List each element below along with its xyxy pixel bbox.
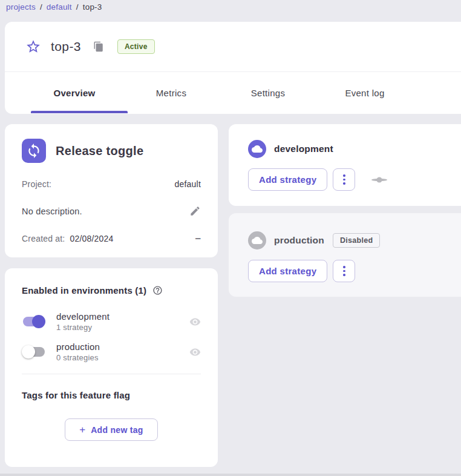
add-new-tag-button[interactable]: + Add new tag bbox=[65, 418, 158, 441]
breadcrumb-link-default[interactable]: default bbox=[47, 2, 72, 12]
view-environment-button[interactable] bbox=[189, 316, 201, 328]
environment-circle-badge bbox=[248, 231, 266, 250]
environment-name: production bbox=[56, 342, 189, 352]
enabled-environments-section: Enabled in environments (1) development … bbox=[5, 268, 218, 374]
environment-row-production: production 0 strategies bbox=[22, 342, 201, 362]
gray-node-icon bbox=[371, 177, 388, 183]
description-row: No description. bbox=[22, 205, 201, 217]
breadcrumb-link-projects[interactable]: projects bbox=[6, 2, 36, 12]
tab-bar: Overview Metrics Settings Event log bbox=[26, 72, 461, 113]
panel-actions: Add strategy bbox=[248, 168, 449, 191]
development-toggle[interactable] bbox=[22, 314, 46, 329]
cloud-icon bbox=[252, 235, 263, 246]
created-label: Created at: bbox=[22, 234, 65, 243]
tab-settings[interactable]: Settings bbox=[220, 72, 316, 113]
bottom-divider-strip bbox=[0, 474, 461, 476]
environment-panel-name: development bbox=[274, 144, 333, 154]
add-new-tag-label: Add new tag bbox=[91, 425, 143, 435]
disabled-badge: Disabled bbox=[333, 233, 381, 248]
environment-circle-badge bbox=[248, 140, 266, 158]
environments-and-tags-card: Enabled in environments (1) development … bbox=[5, 268, 218, 467]
project-label: Project: bbox=[22, 179, 51, 189]
breadcrumb-separator: / bbox=[40, 2, 42, 12]
environment-panel-name: production bbox=[274, 235, 324, 246]
page-title: top-3 bbox=[51, 39, 81, 54]
project-value: default bbox=[175, 179, 201, 189]
cloud-icon bbox=[252, 144, 263, 154]
created-value: 02/08/2024 bbox=[70, 234, 113, 243]
flag-title-row: top-3 Active bbox=[5, 22, 461, 72]
flag-header-card: top-3 Active Overview Metrics Settings E… bbox=[5, 22, 461, 114]
tags-title: Tags for this feature flag bbox=[22, 390, 201, 400]
environment-more-actions-button[interactable] bbox=[333, 260, 355, 282]
flag-type-card: Release toggle Project: default No descr… bbox=[5, 124, 218, 257]
enabled-environments-title: Enabled in environments (1) bbox=[22, 285, 146, 296]
environment-more-actions-button[interactable] bbox=[333, 168, 355, 191]
eye-icon bbox=[189, 316, 201, 328]
environment-panel-production: production Disabled Add strategy bbox=[229, 213, 461, 297]
flag-type-title: Release toggle bbox=[56, 144, 143, 158]
breadcrumb: projects / default / top-3 bbox=[6, 2, 102, 12]
panel-header: development bbox=[248, 140, 449, 158]
panel-actions: Add strategy bbox=[248, 260, 449, 282]
add-strategy-button[interactable]: Add strategy bbox=[248, 168, 327, 191]
collapse-button[interactable]: – bbox=[195, 233, 201, 243]
edit-description-button[interactable] bbox=[189, 205, 201, 217]
loop-arrows-icon bbox=[26, 143, 42, 159]
project-row: Project: default bbox=[22, 179, 201, 189]
environment-row-development: development 1 strategy bbox=[22, 311, 201, 332]
created-row: Created at: 02/08/2024 – bbox=[22, 233, 201, 243]
environment-strategy-count: 1 strategy bbox=[56, 323, 189, 332]
tab-event-log[interactable]: Event log bbox=[316, 72, 413, 113]
question-circle-icon bbox=[152, 285, 163, 296]
copy-name-button[interactable] bbox=[93, 41, 104, 52]
tags-section: Tags for this feature flag + Add new tag bbox=[5, 374, 218, 457]
tab-overview[interactable]: Overview bbox=[26, 72, 123, 113]
environment-panel-development: development Add strategy bbox=[229, 124, 461, 206]
kebab-menu-icon bbox=[343, 174, 345, 177]
description-text: No description. bbox=[22, 207, 82, 216]
breadcrumb-separator: / bbox=[76, 2, 79, 12]
flag-type-header: Release toggle bbox=[22, 139, 201, 163]
eye-icon bbox=[189, 346, 201, 358]
help-button[interactable] bbox=[152, 285, 163, 296]
star-outline-icon bbox=[25, 39, 41, 55]
plus-icon: + bbox=[79, 424, 85, 436]
favorite-star-button[interactable] bbox=[25, 39, 41, 55]
view-environment-button[interactable] bbox=[189, 346, 201, 358]
environment-name: development bbox=[56, 311, 189, 322]
release-toggle-icon-badge bbox=[22, 139, 46, 163]
status-badge: Active bbox=[117, 39, 155, 54]
add-strategy-button[interactable]: Add strategy bbox=[248, 260, 327, 282]
breadcrumb-current: top-3 bbox=[83, 2, 102, 12]
panel-header: production Disabled bbox=[248, 231, 449, 250]
kebab-menu-icon bbox=[343, 266, 345, 268]
production-toggle[interactable] bbox=[22, 345, 46, 359]
copy-icon bbox=[93, 41, 104, 52]
environment-strategy-count: 0 strategies bbox=[56, 353, 189, 362]
active-tab-indicator bbox=[31, 111, 128, 113]
pencil-icon bbox=[189, 205, 201, 217]
tab-metrics[interactable]: Metrics bbox=[123, 72, 220, 113]
